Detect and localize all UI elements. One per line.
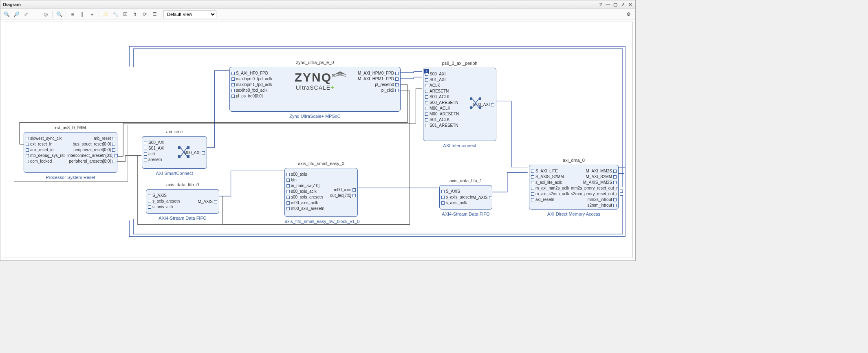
block-periph[interactable]: + ps8_0_axi_periph S00_AXI S01_AXI ACLK … <box>423 68 496 141</box>
port[interactable]: s_axis_aclk <box>148 204 181 210</box>
port[interactable]: axi_resetn <box>531 197 568 202</box>
float-icon[interactable]: ↗ <box>620 2 626 7</box>
refresh-icon[interactable]: ⟳ <box>140 10 149 19</box>
maximize-icon[interactable]: ▢ <box>612 2 618 7</box>
port[interactable]: S00_ARESETN <box>425 100 462 105</box>
port[interactable]: mb_reset <box>68 136 115 141</box>
port[interactable]: s_axis_aresetn <box>441 194 469 200</box>
route-icon[interactable]: ↯ <box>130 10 139 19</box>
port[interactable]: s_axi_lite_aclk <box>531 180 568 185</box>
port[interactable]: M_AXIS_MM2S <box>571 180 617 185</box>
block-fifo0[interactable]: axis_data_fifo_0 S_AXIS s_axis_aresetn s… <box>146 189 219 214</box>
fit-selection-icon[interactable]: ⛶ <box>31 10 40 19</box>
port[interactable]: ARESETN <box>425 88 462 94</box>
port[interactable]: s00_axis_aresetn <box>286 194 327 200</box>
port[interactable]: S00_AXI <box>144 140 173 145</box>
stack-icon[interactable]: ☰ <box>150 10 159 19</box>
port[interactable]: M_AXI_MM2S <box>571 168 617 174</box>
port[interactable]: mb_debug_sys_rst <box>26 153 64 158</box>
block-type: AXI4-Stream Data FIFO <box>440 212 492 216</box>
port[interactable]: pl_ps_irq0[0:0] <box>231 93 279 99</box>
port[interactable]: pl_clk0 <box>351 88 399 93</box>
port[interactable]: s_axis_aresetn <box>148 199 181 204</box>
block-title: ps8_0_axi_periph <box>423 61 496 66</box>
port[interactable]: btn <box>286 177 327 183</box>
align-h-icon[interactable]: ≡ <box>68 10 77 19</box>
port[interactable]: ext_reset_in <box>26 141 64 147</box>
check-icon[interactable]: ☑ <box>121 10 130 19</box>
help-icon[interactable]: ? <box>598 2 604 7</box>
port[interactable]: S01_ARESETN <box>425 123 462 128</box>
port[interactable]: out_led[7:0] <box>330 193 356 198</box>
view-select[interactable]: Default View <box>163 10 216 18</box>
port[interactable]: M_AXIS <box>184 199 217 204</box>
port[interactable]: S_AXIS_S2MM <box>531 174 568 179</box>
port[interactable]: m_axi_s2mm_aclk <box>531 191 568 196</box>
port[interactable]: maxihpm0_fpd_aclk <box>231 76 279 82</box>
port[interactable]: S01_AXI <box>425 77 462 82</box>
port[interactable]: M_AXI_S2MM <box>571 174 617 179</box>
minimize-icon[interactable]: — <box>605 2 611 7</box>
fit-icon[interactable]: ⤢ <box>22 10 31 19</box>
port[interactable]: m00_axis <box>330 187 356 192</box>
port[interactable]: m_axi_mm2s_aclk <box>531 185 568 191</box>
port[interactable]: M_AXIS <box>473 195 490 200</box>
block-title: axis_data_fifo_1 <box>440 178 492 183</box>
port[interactable]: s2mm_introut <box>571 203 617 208</box>
block-smc[interactable]: axi_smc S00_AXI S01_AXI aclk aresetn M00… <box>142 136 207 169</box>
titlebar: Diagram ? — ▢ ↗ ✕ <box>0 0 635 9</box>
port[interactable]: M_AXI_HPM0_FPD <box>351 71 399 76</box>
port[interactable]: s_axis_aclk <box>441 200 469 205</box>
port[interactable]: ACLK <box>425 83 462 88</box>
port[interactable]: M00_ACLK <box>425 106 462 111</box>
close-icon[interactable]: ✕ <box>627 2 633 7</box>
port[interactable]: M_AXI_HPM1_FPD <box>351 76 399 82</box>
port[interactable]: aclk <box>144 151 173 157</box>
port[interactable]: slowest_sync_clk <box>26 136 64 141</box>
port[interactable]: M00_ARESETN <box>425 111 462 117</box>
block-zynq[interactable]: zynq_ultra_ps_e_0 S_AXI_HP0_FPD maxihpm0… <box>229 67 401 112</box>
ports-right: M_AXIS <box>471 188 492 207</box>
block-dma[interactable]: axi_dma_0 S_AXI_LITE S_AXIS_S2MM s_axi_l… <box>529 165 619 210</box>
port[interactable]: m00_axis_aresetn <box>286 206 327 211</box>
port[interactable]: S_AXI_LITE <box>531 168 568 174</box>
port[interactable]: pl_resetn0 <box>351 82 399 87</box>
port[interactable]: s00_axis <box>286 172 327 177</box>
search-icon[interactable]: 🔍 <box>55 10 64 19</box>
ports-right: M_AXIS <box>183 192 219 211</box>
block-easy[interactable]: axis_fifo_small_easy_0 s00_axis btn in_n… <box>284 168 358 217</box>
port[interactable]: peripheral_reset[0:0] <box>68 147 115 152</box>
target-icon[interactable]: ◎ <box>41 10 50 19</box>
port[interactable]: S_AXIS <box>148 193 181 198</box>
port[interactable]: S01_AXI <box>144 146 173 151</box>
port[interactable]: in_num_sw[7:0] <box>286 183 327 188</box>
port[interactable]: interconnect_aresetn[0:0] <box>68 153 115 158</box>
port[interactable]: bus_struct_reset[0:0] <box>68 141 115 147</box>
diagram-canvas[interactable]: rst_ps8_0_99M slowest_sync_clk ext_reset… <box>3 22 633 258</box>
port[interactable]: aresetn <box>144 157 173 162</box>
block-fifo1[interactable]: axis_data_fifo_1 S_AXIS s_axis_aresetn s… <box>439 185 492 210</box>
gear-icon[interactable]: ⚙ <box>624 10 633 19</box>
port[interactable]: mm2s_prmry_reset_out_n <box>571 185 617 191</box>
port[interactable]: s00_axis_aclk <box>286 189 327 194</box>
port[interactable]: s2mm_prmry_reset_out_n <box>571 191 617 196</box>
port[interactable]: dcm_locked <box>26 159 64 164</box>
wrench-icon[interactable]: 🔧 <box>111 10 120 19</box>
port[interactable]: S_AXI_HP0_FPD <box>231 71 279 76</box>
zoom-out-icon[interactable]: 🔎 <box>12 10 21 19</box>
zoom-in-icon[interactable]: 🔍 <box>2 10 11 19</box>
align-v-icon[interactable]: ‖ <box>78 10 87 19</box>
port[interactable]: S00_AXI <box>425 71 462 77</box>
port[interactable]: mm2s_introut <box>571 197 617 202</box>
port[interactable]: S00_ACLK <box>425 94 462 99</box>
port[interactable]: m00_axis_aclk <box>286 200 327 205</box>
add-icon[interactable]: ＋ <box>88 10 97 19</box>
port[interactable]: maxihpm1_fpd_aclk <box>231 82 279 87</box>
wand-icon[interactable]: ✨ <box>101 10 110 19</box>
port[interactable]: peripheral_aresetn[0:0] <box>68 159 115 164</box>
port[interactable]: aux_reset_in <box>26 147 64 152</box>
port[interactable]: saxihp0_fpd_aclk <box>231 88 279 93</box>
block-rst[interactable]: rst_ps8_0_99M slowest_sync_clk ext_reset… <box>24 132 117 173</box>
port[interactable]: S01_ACLK <box>425 117 462 122</box>
port[interactable]: S_AXIS <box>441 189 469 194</box>
